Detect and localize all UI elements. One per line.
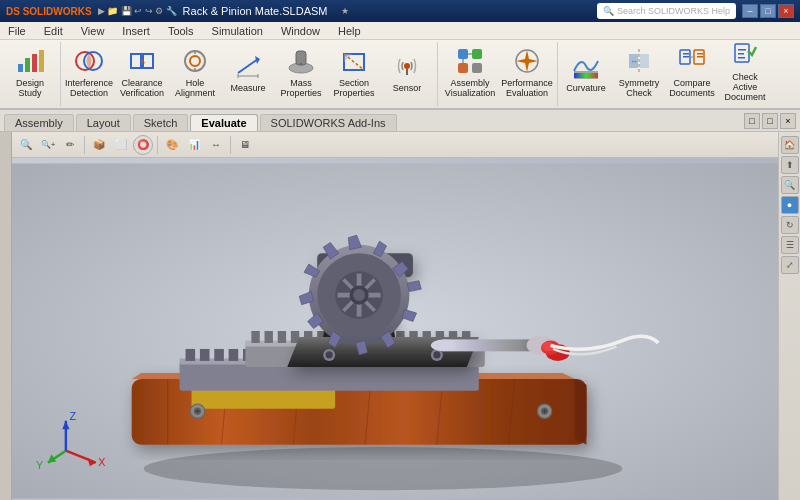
model-svg: X Y Z <box>12 162 778 500</box>
section-properties-button[interactable]: SectionProperties <box>328 42 380 102</box>
compare-documents-icon <box>676 45 708 77</box>
menu-tools[interactable]: Tools <box>164 24 198 38</box>
svg-point-105 <box>433 351 440 358</box>
interference-detection-icon <box>73 45 105 77</box>
tab-layout[interactable]: Layout <box>76 114 131 131</box>
menu-insert[interactable]: Insert <box>118 24 154 38</box>
menu-edit[interactable]: Edit <box>40 24 67 38</box>
search-box[interactable]: 🔍 Search SOLIDWORKS Help <box>597 3 736 19</box>
measure-button[interactable]: Measure <box>222 42 274 102</box>
rp-rotate-button[interactable]: ↻ <box>781 216 799 234</box>
tab-sketch[interactable]: Sketch <box>133 114 189 131</box>
vt-search-btn[interactable]: 🔍 <box>16 135 36 155</box>
svg-rect-84 <box>251 331 259 343</box>
rp-list-button[interactable]: ☰ <box>781 236 799 254</box>
interference-detection-button[interactable]: InterferenceDetection <box>63 42 115 102</box>
svg-text:Z: Z <box>69 410 76 422</box>
vt-circle-btn[interactable]: ⭕ <box>133 135 153 155</box>
menu-window[interactable]: Window <box>277 24 324 38</box>
svg-rect-1 <box>25 58 30 72</box>
menu-view[interactable]: View <box>77 24 109 38</box>
rp-home-button[interactable]: 🏠 <box>781 136 799 154</box>
tab-solidworks-addins[interactable]: SOLIDWORKS Add-Ins <box>260 114 397 131</box>
tab-close-button[interactable]: × <box>780 113 796 129</box>
main-area: 🔍 🔍+ ✏ 📦 ⬜ ⭕ 🎨 📊 ↔ 🖥 <box>0 132 800 500</box>
design-study-label: DesignStudy <box>16 79 44 99</box>
menu-help[interactable]: Help <box>334 24 365 38</box>
svg-rect-3 <box>39 50 44 72</box>
svg-text:↔: ↔ <box>140 59 147 66</box>
toolbar-group-assembly: AssemblyVisualization PerformanceEvaluat… <box>440 42 558 106</box>
mass-properties-button[interactable]: MassProperties <box>275 42 327 102</box>
curvature-icon <box>570 50 602 82</box>
viewport[interactable]: 🔍 🔍+ ✏ 📦 ⬜ ⭕ 🎨 📊 ↔ 🖥 <box>12 132 778 500</box>
viewport-toolbar: 🔍 🔍+ ✏ 📦 ⬜ ⭕ 🎨 📊 ↔ 🖥 <box>12 132 778 158</box>
performance-evaluation-button[interactable]: PerformanceEvaluation <box>501 42 553 102</box>
tab-restore-button[interactable]: □ <box>744 113 760 129</box>
compare-documents-label: CompareDocuments <box>669 79 715 99</box>
check-active-document-button[interactable]: Check ActiveDocument <box>719 42 771 102</box>
title-bar-left: DS SOLIDWORKS ▶ 📁 💾 ↩ ↪ ⚙ 🔧 Rack & Pinio… <box>6 5 349 17</box>
close-button[interactable]: × <box>778 4 794 18</box>
vt-monitor-btn[interactable]: 🖥 <box>235 135 255 155</box>
tab-controls: □ □ × <box>744 113 796 131</box>
hole-alignment-icon <box>179 45 211 77</box>
clearance-verification-button[interactable]: ↔ ClearanceVerification <box>116 42 168 102</box>
vt-chart-btn[interactable]: 📊 <box>184 135 204 155</box>
design-study-button[interactable]: DesignStudy <box>4 42 56 102</box>
svg-rect-65 <box>229 349 239 361</box>
rp-search-button[interactable]: 🔍 <box>781 176 799 194</box>
tab-bar: Assembly Layout Sketch Evaluate SOLIDWOR… <box>0 110 800 132</box>
section-properties-icon <box>338 45 370 77</box>
menu-simulation[interactable]: Simulation <box>208 24 267 38</box>
menu-icons: ▶ 📁 💾 ↩ ↪ ⚙ 🔧 <box>98 6 177 16</box>
toolbar-group-analysis: Curvature ↔ SymmetryCheck <box>560 42 775 106</box>
curvature-label: Curvature <box>566 84 606 94</box>
svg-point-114 <box>353 289 365 301</box>
curvature-button[interactable]: Curvature <box>560 42 612 102</box>
compare-documents-button[interactable]: CompareDocuments <box>666 42 718 102</box>
vt-search2-btn[interactable]: 🔍+ <box>38 135 58 155</box>
svg-rect-46 <box>738 49 746 51</box>
vt-arrows-btn[interactable]: ↔ <box>206 135 226 155</box>
svg-point-103 <box>326 351 333 358</box>
vt-color-btn[interactable]: 🎨 <box>162 135 182 155</box>
window-controls[interactable]: – □ × <box>742 4 794 18</box>
toolbar-group-evaluate: InterferenceDetection ↔ ClearanceVerific… <box>63 42 438 106</box>
svg-rect-35 <box>574 73 598 78</box>
rp-expand-button[interactable]: ⤢ <box>781 256 799 274</box>
title-right: 🔍 Search SOLIDWORKS Help – □ × <box>597 3 794 19</box>
vt-square-btn[interactable]: ⬜ <box>111 135 131 155</box>
main-toolbar: DesignStudy InterferenceDetection ↔ <box>0 40 800 110</box>
vt-sep3 <box>230 136 231 154</box>
menu-file[interactable]: File <box>4 24 30 38</box>
clearance-verification-label: ClearanceVerification <box>120 79 164 99</box>
performance-evaluation-label: PerformanceEvaluation <box>501 79 553 99</box>
rp-up-button[interactable]: ⬆ <box>781 156 799 174</box>
hole-alignment-button[interactable]: HoleAlignment <box>169 42 221 102</box>
mass-properties-icon <box>285 45 317 77</box>
menu-bar: File Edit View Insert Tools Simulation W… <box>0 22 800 40</box>
measure-icon <box>232 50 264 82</box>
tab-assembly[interactable]: Assembly <box>4 114 74 131</box>
symmetry-check-button[interactable]: ↔ SymmetryCheck <box>613 42 665 102</box>
vt-box-btn[interactable]: 📦 <box>89 135 109 155</box>
vt-sep2 <box>157 136 158 154</box>
maximize-button[interactable]: □ <box>760 4 776 18</box>
assembly-visualization-button[interactable]: AssemblyVisualization <box>440 42 500 102</box>
svg-rect-43 <box>697 56 703 58</box>
measure-label: Measure <box>230 84 265 94</box>
document-title: Rack & Pinion Mate.SLDASM <box>183 5 328 17</box>
symmetry-check-icon: ↔ <box>623 45 655 77</box>
minimize-button[interactable]: – <box>742 4 758 18</box>
svg-point-11 <box>190 56 200 66</box>
rp-circle-button[interactable]: ● <box>781 196 799 214</box>
svg-rect-27 <box>458 49 468 59</box>
tab-evaluate[interactable]: Evaluate <box>190 114 257 131</box>
search-icon: 🔍 <box>603 6 614 16</box>
tab-max-button[interactable]: □ <box>762 113 778 129</box>
svg-text:Y: Y <box>36 459 43 471</box>
vt-pencil-btn[interactable]: ✏ <box>60 135 80 155</box>
toolbar-group-design: DesignStudy <box>4 42 61 106</box>
sensor-button[interactable]: Sensor <box>381 42 433 102</box>
